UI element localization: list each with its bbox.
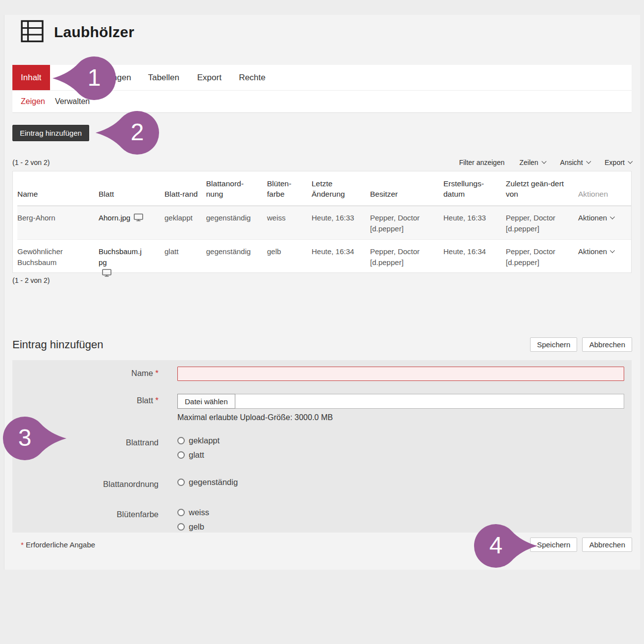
- form-top-buttons: Speichern Abbrechen: [530, 337, 632, 352]
- cell-zuletzt-geaendert: Pepper, Doctor [d.pepper]: [506, 206, 578, 239]
- chevron-down-icon: [586, 159, 591, 164]
- name-label: Name *: [12, 367, 159, 381]
- blattanordnung-label: Blattanordnung: [12, 478, 159, 492]
- entries-table: Name Blatt Blatt-rand Blattanord-nung Bl…: [12, 171, 632, 273]
- column-header-blattrand: Blatt-rand: [164, 189, 206, 206]
- required-note: * Erforderliche Angabe: [12, 537, 95, 549]
- save-button[interactable]: Speichern: [530, 337, 578, 352]
- cell-blattanordnung: gegenständig: [206, 240, 267, 280]
- column-header-zuletzt-geaendert: Zuletzt geän-dert von: [506, 178, 578, 206]
- radio-option-weiss[interactable]: weiss: [177, 508, 624, 517]
- radio-icon[interactable]: [177, 523, 185, 531]
- callout-marker-4: 4: [474, 521, 538, 571]
- cell-erstellungsdatum: Heute, 16:34: [443, 240, 506, 280]
- radio-option-gegenstaendig[interactable]: gegenständig: [177, 478, 624, 487]
- tab-export[interactable]: Export: [197, 65, 221, 90]
- cell-bluetenfarbe: weiss: [267, 206, 312, 239]
- row-actions-dropdown[interactable]: Aktionen: [578, 240, 631, 280]
- callout-number: 1: [88, 64, 101, 91]
- callout-marker-1: 1: [52, 54, 116, 103]
- column-header-blatt: Blatt: [99, 189, 164, 206]
- column-header-erstellungsdatum: Erstellungs-datum: [443, 178, 506, 206]
- listing-controls: Filter anzeigen Zeilen Ansicht Export: [459, 159, 632, 166]
- radio-icon[interactable]: [177, 437, 185, 444]
- cancel-button[interactable]: Abbrechen: [582, 537, 632, 552]
- file-link[interactable]: Buchsbaum.jpg: [99, 246, 144, 268]
- required-asterisk: *: [21, 540, 24, 549]
- radio-option-gelb[interactable]: gelb: [177, 522, 624, 532]
- column-header-besitzer: Besitzer: [370, 189, 443, 206]
- column-header-letzte-aenderung: Letzte Änderung: [312, 178, 370, 206]
- export-dropdown[interactable]: Export: [605, 159, 632, 166]
- show-filter-control[interactable]: Filter anzeigen: [459, 159, 505, 166]
- upload-size-hint: Maximal erlaubte Upload-Größe: 3000.0 MB: [177, 413, 624, 422]
- cell-blattrand: geklappt: [164, 206, 206, 239]
- radio-option-glatt[interactable]: glatt: [177, 450, 624, 460]
- cell-zuletzt-geaendert: Pepper, Doctor [d.pepper]: [506, 240, 578, 280]
- tab-rechte[interactable]: Rechte: [239, 65, 266, 90]
- file-upload-control: Datei wählen: [177, 394, 624, 409]
- callout-number: 4: [489, 532, 503, 559]
- tab-tabellen[interactable]: Tabellen: [148, 65, 179, 90]
- required-asterisk: *: [156, 369, 159, 377]
- table-row: Gewöhnlicher Buchsbaum Buchsbaum.jpg gla…: [17, 240, 631, 272]
- form-bottom-buttons: Speichern Abbrechen: [530, 537, 632, 552]
- cell-name: Berg-Ahorn: [17, 206, 99, 239]
- form-heading: Eintrag hinzufügen: [12, 338, 103, 351]
- monitor-icon[interactable]: [102, 270, 111, 278]
- blattanordnung-options: gegenständig: [177, 478, 624, 492]
- cell-erstellungsdatum: Heute, 16:33: [443, 206, 506, 239]
- chevron-down-icon: [610, 215, 615, 219]
- file-name-area[interactable]: [235, 394, 624, 409]
- column-header-name: Name: [17, 189, 99, 206]
- cell-name: Gewöhnlicher Buchsbaum: [17, 240, 99, 280]
- bluetenfarbe-options: weiss gelb: [177, 508, 624, 533]
- radio-icon[interactable]: [177, 509, 185, 516]
- column-header-bluetenfarbe: Blüten-farbe: [267, 178, 312, 206]
- cell-blattanordnung: gegenständig: [206, 206, 267, 239]
- callout-number: 2: [131, 118, 144, 146]
- form-footer: * Erforderliche Angabe Speichern Abbrech…: [12, 537, 632, 552]
- tab-inhalt[interactable]: Inhalt: [12, 65, 50, 90]
- view-dropdown[interactable]: Ansicht: [560, 159, 590, 166]
- blatt-field-wrap: Datei wählen Maximal erlaubte Upload-Grö…: [177, 394, 624, 422]
- cell-file: Ahorn.jpg: [99, 206, 164, 239]
- table-icon: [21, 20, 44, 45]
- cell-besitzer: Pepper, Doctor [d.pepper]: [370, 206, 443, 239]
- add-entry-button[interactable]: Eintrag hinzufügen: [12, 125, 89, 141]
- subtab-zeigen[interactable]: Zeigen: [21, 97, 45, 106]
- callout-marker-2: 2: [95, 108, 160, 158]
- table-header-row: Name Blatt Blatt-rand Blattanord-nung Bl…: [17, 171, 631, 206]
- page: Laubhölzer Inhalt Einstellungen Tabellen…: [0, 0, 644, 644]
- cancel-button[interactable]: Abbrechen: [582, 337, 632, 352]
- chevron-down-icon: [610, 248, 615, 253]
- name-field-wrap: [177, 367, 624, 381]
- result-count-bottom: (1 - 2 von 2): [12, 276, 50, 284]
- blattrand-options: geklappt glatt: [177, 436, 624, 465]
- monitor-icon[interactable]: [134, 215, 143, 223]
- chevron-down-icon: [541, 159, 546, 164]
- cell-blattrand: glatt: [164, 240, 206, 280]
- file-link[interactable]: Ahorn.jpg: [99, 214, 130, 222]
- cell-letzte-aenderung: Heute, 16:33: [312, 206, 370, 239]
- choose-file-button[interactable]: Datei wählen: [177, 394, 235, 409]
- name-input[interactable]: [177, 367, 624, 381]
- form-row-blattanordnung: Blattanordnung gegenständig: [12, 478, 624, 492]
- listing-meta-top: (1 - 2 von 2) Filter anzeigen Zeilen Ans…: [12, 159, 632, 166]
- callout-marker-3: 3: [2, 414, 67, 463]
- app-header: Laubhölzer: [21, 20, 134, 45]
- column-header-aktionen: Aktionen: [578, 189, 631, 206]
- cell-bluetenfarbe: gelb: [267, 240, 312, 280]
- cell-besitzer: Pepper, Doctor [d.pepper]: [370, 240, 443, 280]
- page-title: Laubhölzer: [54, 24, 134, 41]
- radio-icon[interactable]: [177, 451, 185, 459]
- radio-icon[interactable]: [177, 479, 185, 486]
- radio-option-geklappt[interactable]: geklappt: [177, 436, 624, 445]
- form-row-blatt: Blatt * Datei wählen Maximal erlaubte Up…: [12, 394, 624, 422]
- rows-dropdown[interactable]: Zeilen: [519, 159, 545, 166]
- bluetenfarbe-label: Blütenfarbe: [12, 508, 159, 533]
- result-count-top: (1 - 2 von 2): [12, 159, 50, 166]
- row-actions-dropdown[interactable]: Aktionen: [578, 206, 631, 239]
- form-row-name: Name *: [12, 367, 624, 381]
- form-row-blattrand: Blattrand geklappt glatt: [12, 436, 624, 465]
